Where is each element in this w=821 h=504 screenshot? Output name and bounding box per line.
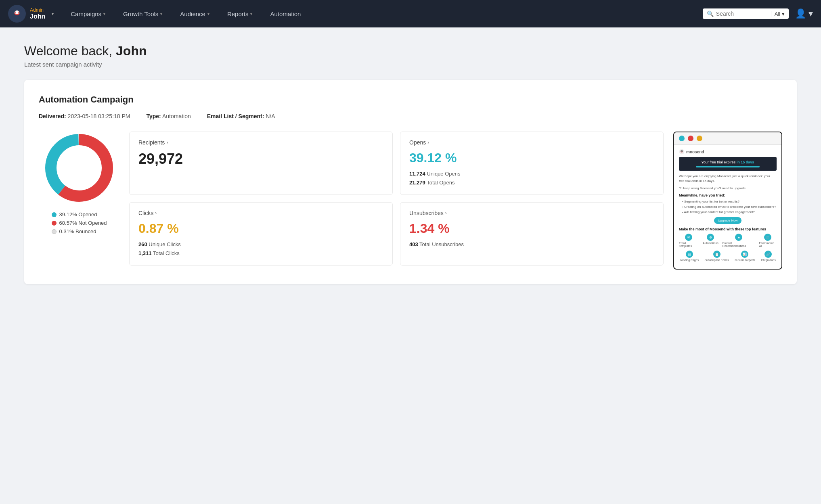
preview-logo: moosend	[679, 149, 777, 155]
legend: 39.12% Opened 60.57% Not Opened 0.31% Bo…	[52, 211, 107, 234]
donut-chart	[43, 132, 115, 204]
nav-audience[interactable]: Audience ▾	[171, 0, 218, 27]
clicks-sub: 260 Unique Clicks 1,311 Total Clicks	[138, 240, 383, 258]
preview-feature-email-templates: ✉ Email Templates	[679, 234, 699, 247]
nav-links: Campaigns ▾ Growth Tools ▾ Audience ▾ Re…	[62, 0, 703, 27]
stat-unsubscribes: Unsubscribes › 1.34 % 403 Total Unsubscr…	[400, 202, 664, 266]
legend-dot-bounced	[52, 229, 57, 234]
svg-point-3	[18, 12, 19, 13]
campaign-card: Automation Campaign Delivered: 2023-05-1…	[24, 80, 797, 284]
preview-feature-ecommerce: 🛒 Ecommerce AI	[759, 234, 777, 247]
main-content: Welcome back, John Latest sent campaign …	[0, 27, 821, 300]
preview-upgrade-button[interactable]: Upgrade Now	[714, 217, 742, 224]
ecommerce-icon: 🛒	[764, 234, 771, 241]
email-templates-icon: ✉	[685, 234, 692, 241]
list-item: • Creating an automated email to welcome…	[682, 205, 777, 210]
legend-not-opened: 60.57% Not Opened	[52, 220, 107, 226]
svg-point-2	[15, 12, 16, 13]
recipients-arrow-icon: ›	[166, 140, 168, 145]
preview-dot-red	[688, 136, 693, 141]
preview-feature-automations: ⚙ Automations	[703, 234, 718, 247]
unsubscribes-pct: 1.34 %	[409, 221, 654, 236]
nav-user-info: Admin John	[30, 7, 45, 20]
preview-feature-subscription-forms: 📋 Subscription Forms	[704, 251, 729, 261]
preview-body-text1: We hope you are enjoying Moosend, just a…	[679, 174, 777, 184]
list-item: • Segmenting your list for better result…	[682, 199, 777, 205]
preview-feature-custom-reports: 📊 Custom Reports	[735, 251, 755, 261]
preview-icons-row-1: ✉ Email Templates ⚙ Automations ★ Produc…	[679, 234, 777, 247]
preview-banner: Your free trial expires in 15 days	[679, 157, 777, 171]
opens-sub: 11,724 Unique Opens 21,279 Total Opens	[409, 169, 654, 187]
nav-reports[interactable]: Reports ▾	[218, 0, 262, 27]
user-dropdown-icon[interactable]: ▾	[52, 12, 54, 16]
preview-feature-integrations: 🔗 Integrations	[761, 251, 776, 261]
nav-automation[interactable]: Automation	[261, 0, 310, 27]
opens-pct: 39.12 %	[409, 151, 654, 165]
legend-dot-opened	[52, 212, 57, 217]
nav-campaigns[interactable]: Campaigns ▾	[62, 0, 114, 27]
campaign-segment: Email List / Segment: N/A	[207, 113, 275, 119]
nav-avatar[interactable]: 👤 ▾	[795, 8, 813, 19]
preview-titlebar	[674, 132, 781, 145]
nav-logo	[8, 5, 26, 23]
recipients-value: 29,972	[138, 151, 383, 167]
nav-admin-label: Admin	[30, 7, 45, 13]
preview-icons-row-2: ▤ Landing Pages 📋 Subscription Forms 📊 C…	[679, 251, 777, 261]
legend-opened: 39.12% Opened	[52, 211, 107, 217]
navbar: Admin John ▾ Campaigns ▾ Growth Tools ▾ …	[0, 0, 821, 27]
preview-list: • Segmenting your list for better result…	[679, 199, 777, 215]
email-preview: moosend Your free trial expires in 15 da…	[673, 132, 782, 270]
automations-icon: ⚙	[707, 234, 714, 241]
preview-feature-product-rec: ★ Product Recommendations	[723, 234, 755, 247]
welcome-subtitle: Latest sent campaign activity	[24, 61, 797, 68]
reports-chevron-icon: ▾	[250, 12, 252, 16]
campaign-type: Type: Automation	[146, 113, 191, 119]
nav-search-bar: 🔍 All ▾	[703, 8, 789, 19]
preview-heading: Meanwhile, have you tried:	[679, 193, 777, 197]
unsubscribes-sub: 403 Total Unsubscribes	[409, 240, 654, 249]
campaigns-chevron-icon: ▾	[103, 12, 105, 16]
legend-dot-not-opened	[52, 221, 57, 226]
subscription-forms-icon: 📋	[713, 251, 720, 258]
campaign-delivered: Delivered: 2023-05-18 03:25:18 PM	[39, 113, 130, 119]
nav-brand: Admin John ▾	[8, 5, 54, 23]
opens-label[interactable]: Opens ›	[409, 139, 654, 146]
legend-bounced: 0.31% Bounced	[52, 228, 107, 234]
list-item: • A/B testing your content for greater e…	[682, 210, 777, 215]
campaign-meta: Delivered: 2023-05-18 03:25:18 PM Type: …	[39, 113, 782, 119]
growth-tools-chevron-icon: ▾	[160, 12, 162, 16]
nav-username: John	[30, 13, 45, 20]
nav-growth-tools[interactable]: Growth Tools ▾	[114, 0, 171, 27]
clicks-pct: 0.87 %	[138, 221, 383, 236]
preview-body-text2: To keep using Moosend you'll need to upg…	[679, 186, 777, 191]
preview-features-title: Make the most of Moosend with these top …	[679, 227, 777, 231]
preview-dot-teal	[679, 136, 685, 141]
donut-section: 39.12% Opened 60.57% Not Opened 0.31% Bo…	[39, 132, 119, 234]
recipients-label[interactable]: Recipients ›	[138, 139, 383, 146]
clicks-label[interactable]: Clicks ›	[138, 210, 383, 216]
custom-reports-icon: 📊	[741, 251, 748, 258]
integrations-icon: 🔗	[764, 251, 772, 258]
clicks-arrow-icon: ›	[155, 210, 157, 216]
preview-dot-gold	[697, 136, 702, 141]
search-icon: 🔍	[707, 10, 714, 17]
stat-recipients: Recipients › 29,972	[129, 132, 393, 195]
product-rec-icon: ★	[735, 234, 742, 241]
opens-arrow-icon: ›	[427, 140, 429, 145]
welcome-title: Welcome back, John	[24, 44, 797, 59]
campaign-title: Automation Campaign	[39, 94, 782, 105]
unsubscribes-label[interactable]: Unsubscribes ›	[409, 210, 654, 216]
audience-chevron-icon: ▾	[207, 12, 209, 16]
preview-feature-landing-pages: ▤ Landing Pages	[680, 251, 699, 261]
preview-body: moosend Your free trial expires in 15 da…	[674, 145, 781, 269]
stat-opens: Opens › 39.12 % 11,724 Unique Opens 21,2…	[400, 132, 664, 195]
unsubscribes-arrow-icon: ›	[445, 210, 447, 216]
landing-pages-icon: ▤	[686, 251, 693, 258]
preview-progress-bar	[696, 166, 760, 167]
search-input[interactable]	[716, 10, 769, 17]
search-filter-dropdown[interactable]: All ▾	[771, 11, 785, 17]
stat-clicks: Clicks › 0.87 % 260 Unique Clicks 1,311 …	[129, 202, 393, 266]
stats-grid: Recipients › 29,972 Opens › 39.12 % 11,7…	[129, 132, 664, 266]
campaign-body: 39.12% Opened 60.57% Not Opened 0.31% Bo…	[39, 132, 782, 270]
